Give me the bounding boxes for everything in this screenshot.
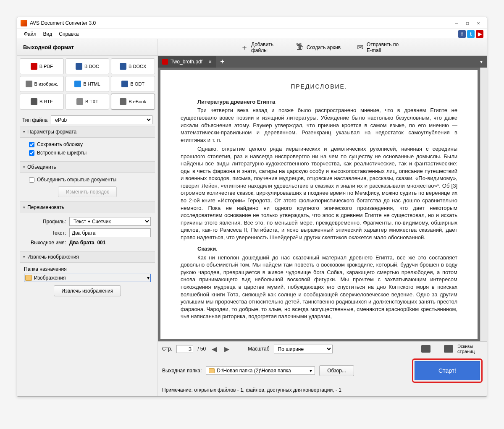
pdf-icon xyxy=(31,63,37,70)
window-title: AVS Document Converter 3.0 xyxy=(30,20,451,26)
output-name-value: Два брата_001 xyxy=(69,240,105,246)
format-ebook-button[interactable]: В eBook xyxy=(111,94,155,110)
social-links: f t ▶ xyxy=(458,30,483,38)
embed-fonts-checkbox[interactable]: Встроенные шрифты xyxy=(21,149,153,157)
section-format-params[interactable]: Параметры формата xyxy=(20,126,155,138)
zoom-select[interactable]: По ширине xyxy=(274,345,333,353)
output-bar: Выходная папка: D:\Новая папка (2)\Новая… xyxy=(158,356,487,385)
vertical-scrollbar[interactable] xyxy=(480,68,487,341)
page-label: Стр. xyxy=(162,346,172,352)
html-icon xyxy=(74,81,81,87)
tab-close-icon[interactable]: × xyxy=(208,58,212,65)
print-icon[interactable] xyxy=(421,345,430,353)
format-doc-button[interactable]: В DOC xyxy=(66,58,110,74)
filetype-select[interactable]: ePub xyxy=(51,115,152,124)
merge-open-checkbox[interactable]: Объединить открытые документы xyxy=(21,175,153,184)
format-pdf-button[interactable]: В PDF xyxy=(20,58,64,74)
menu-view[interactable]: Вид xyxy=(40,30,56,38)
format-docx-button[interactable]: В DOCX xyxy=(111,58,155,74)
start-button-highlight: Старт! xyxy=(412,358,483,383)
sidebar: В PDF В DOC В DOCX В изображ. В HTML В O… xyxy=(17,56,158,396)
header-toolbar: Выходной формат ＋ Добавить файлы 🗜 Созда… xyxy=(17,39,487,56)
rtf-icon xyxy=(31,98,37,105)
doc-p2: Однако, открытие целого ряда иератически… xyxy=(181,145,457,241)
doc-sub2: Сказки. xyxy=(197,245,457,253)
format-html-button[interactable]: В HTML xyxy=(66,76,110,92)
tab-filename: Two_broth.pdf xyxy=(171,59,202,65)
menubar: Файл Вид Справка f t ▶ xyxy=(17,29,487,39)
section-extract-images[interactable]: Извлечь изображения xyxy=(20,251,155,263)
add-files-button[interactable]: ＋ Добавить файлы xyxy=(240,42,281,53)
status-note: Примечание: открытых файлов - 1, файлов,… xyxy=(162,387,341,393)
next-page-button[interactable]: ▶ xyxy=(223,345,231,353)
status-note-bar: Примечание: открытых файлов - 1, файлов,… xyxy=(158,385,487,396)
output-folder-label: Выходная папка: xyxy=(162,368,202,374)
preview-panel: Two_broth.pdf × + ▾ ПРЕДИСЛОВИЕ. Литерат… xyxy=(158,56,487,396)
page-total: / 50 xyxy=(197,346,206,352)
create-archive-button[interactable]: 🗜 Создать архив xyxy=(296,43,341,52)
txt-icon xyxy=(76,98,83,105)
archive-icon: 🗜 xyxy=(296,43,304,52)
profile-select[interactable]: Текст + Счетчик xyxy=(69,217,151,226)
browse-button[interactable]: Обзор... xyxy=(319,365,354,376)
pdf-file-icon xyxy=(162,59,168,65)
doc-sub1: Литература древнего Египта xyxy=(197,98,457,106)
output-folder-select[interactable]: D:\Новая папка (2)\Новая папка ▾ xyxy=(206,366,315,375)
document-tabs: Two_broth.pdf × + ▾ xyxy=(158,56,487,68)
text-input[interactable] xyxy=(69,228,151,237)
profile-label: Профиль: xyxy=(24,219,66,225)
odt-icon xyxy=(121,81,128,87)
format-image-button[interactable]: В изображ. xyxy=(20,76,64,92)
start-button[interactable]: Старт! xyxy=(415,361,480,380)
save-cover-checkbox[interactable]: Сохранить обложку xyxy=(21,140,153,149)
folder-icon xyxy=(25,275,32,281)
section-merge[interactable]: Объединить xyxy=(20,161,155,173)
format-txt-button[interactable]: В TXT xyxy=(66,94,110,110)
chevron-down-icon: ▾ xyxy=(147,275,150,281)
app-logo-icon xyxy=(21,20,27,26)
add-tab-button[interactable]: + xyxy=(216,58,229,66)
zoom-label: Масштаб xyxy=(248,346,269,352)
close-button[interactable]: ✕ xyxy=(473,19,483,27)
pager-bar: Стр. / 50 ◀ ▶ Масштаб По ширине Эскизы с… xyxy=(158,341,487,356)
chevron-down-icon: ▾ xyxy=(310,368,312,374)
text-label: Текст: xyxy=(24,230,66,236)
docx-icon xyxy=(120,63,126,70)
maximize-button[interactable]: ☐ xyxy=(462,19,472,27)
thumbnails-label: Эскизы страниц xyxy=(457,344,483,354)
twitter-icon[interactable]: t xyxy=(467,30,475,38)
menu-file[interactable]: Файл xyxy=(21,30,40,38)
send-email-label: Отправить по E-mail xyxy=(367,42,404,53)
send-email-button[interactable]: ✉ Отправить по E-mail xyxy=(356,42,404,53)
titlebar: AVS Document Converter 3.0 — ☐ ✕ xyxy=(17,17,487,29)
dest-folder-select[interactable]: Изображения ▾ xyxy=(24,274,151,282)
prev-page-button[interactable]: ◀ xyxy=(210,345,218,353)
image-icon xyxy=(26,81,32,87)
add-files-label: Добавить файлы xyxy=(251,42,281,53)
page-viewport[interactable]: ПРЕДИСЛОВИЕ. Литература древнего Египта … xyxy=(158,68,480,341)
doc-p1: Три четверти века назад и позже было рас… xyxy=(181,107,457,144)
doc-heading: ПРЕДИСЛОВИЕ. xyxy=(181,83,457,91)
section-rename[interactable]: Переименовать xyxy=(20,201,155,213)
menu-help[interactable]: Справка xyxy=(55,30,82,38)
youtube-icon[interactable]: ▶ xyxy=(476,30,483,38)
format-rtf-button[interactable]: В RTF xyxy=(20,94,64,110)
ebook-icon xyxy=(120,98,126,105)
tab-menu-icon[interactable]: ▾ xyxy=(476,59,487,65)
change-order-button: Изменить порядок xyxy=(58,186,117,197)
page-number-input[interactable] xyxy=(176,345,193,353)
thumbnails-icon[interactable] xyxy=(444,345,453,353)
dest-folder-label: Папка назначения xyxy=(24,266,67,272)
output-name-label: Выходное имя: xyxy=(24,240,66,246)
app-window: AVS Document Converter 3.0 — ☐ ✕ Файл Ви… xyxy=(17,17,487,397)
doc-p3: Как ни неполон дошедший до нас сказочный… xyxy=(181,254,457,320)
create-archive-label: Создать архив xyxy=(307,44,341,50)
facebook-icon[interactable]: f xyxy=(458,30,466,38)
doc-icon xyxy=(76,63,82,70)
plus-icon: ＋ xyxy=(240,43,249,52)
format-odt-button[interactable]: В ODT xyxy=(111,76,155,92)
document-tab[interactable]: Two_broth.pdf × xyxy=(158,56,216,68)
document-page: ПРЕДИСЛОВИЕ. Литература древнего Египта … xyxy=(160,70,478,339)
extract-images-button[interactable]: Извлечь изображения xyxy=(54,285,121,296)
minimize-button[interactable]: — xyxy=(452,19,462,27)
